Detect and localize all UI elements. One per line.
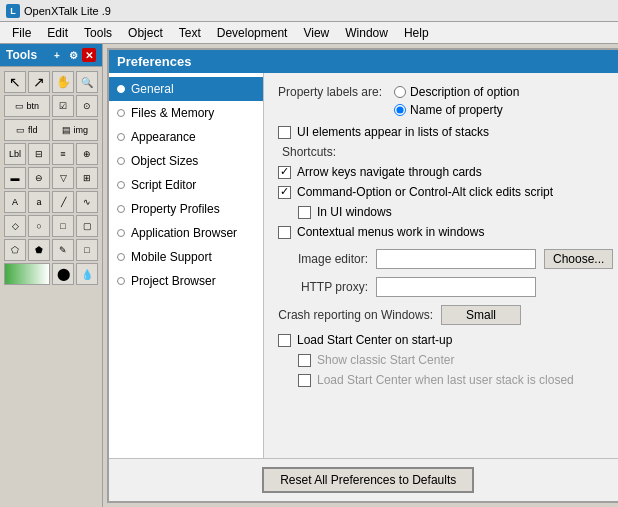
text-tool[interactable]: A: [4, 191, 26, 213]
menu-tool[interactable]: ▽: [52, 167, 74, 189]
zoom-tool[interactable]: 🔍: [76, 71, 98, 93]
menu-text[interactable]: Text: [171, 24, 209, 42]
nav-dot-general: [117, 85, 125, 93]
tools-row-1: ↖ ↗ ✋ 🔍: [4, 71, 98, 93]
tab-tool[interactable]: ⊞: [76, 167, 98, 189]
image-editor-choose-button[interactable]: Choose...: [544, 249, 613, 269]
nav-dot-application-browser: [117, 229, 125, 237]
rounded-rect-tool[interactable]: ▢: [76, 215, 98, 237]
nav-item-mobile-support[interactable]: Mobile Support: [109, 245, 263, 269]
ui-elements-row: UI elements appear in lists of stacks: [278, 125, 613, 139]
nav-item-general[interactable]: General: [109, 77, 263, 101]
http-proxy-input[interactable]: [376, 277, 536, 297]
command-option-row: Command-Option or Control-Alt click edit…: [278, 185, 613, 199]
list-tool[interactable]: ≡: [52, 143, 74, 165]
preferences-footer: Reset All Preferences to Defaults: [109, 458, 618, 501]
property-labels-row: Property labels are: Description of opti…: [278, 85, 613, 117]
menu-view[interactable]: View: [295, 24, 337, 42]
button-tool[interactable]: ▭ btn: [4, 95, 50, 117]
nav-dot-mobile-support: [117, 253, 125, 261]
reset-button[interactable]: Reset All Preferences to Defaults: [262, 467, 474, 493]
eraser-tool[interactable]: □: [76, 239, 98, 261]
arrow-keys-row: Arrow keys navigate through cards: [278, 165, 613, 179]
image-editor-label: Image editor:: [278, 252, 368, 266]
show-classic-checkbox[interactable]: [298, 354, 311, 367]
load-start-center-row: Load Start Center on start-up: [278, 333, 613, 347]
menu-window[interactable]: Window: [337, 24, 396, 42]
line-tool[interactable]: ╱: [52, 191, 74, 213]
label-tool[interactable]: Lbl: [4, 143, 26, 165]
radio-description[interactable]: [394, 86, 406, 98]
tools-row-8: ⬠ ⬟ ✎ □: [4, 239, 98, 261]
nav-item-property-profiles[interactable]: Property Profiles: [109, 197, 263, 221]
arrow-tool[interactable]: ↗: [28, 71, 50, 93]
ui-elements-checkbox[interactable]: [278, 126, 291, 139]
title-bar-text: OpenXTalk Lite .9: [24, 5, 111, 17]
radio-name-row: Name of property: [394, 103, 519, 117]
fill-tool[interactable]: ⬤: [52, 263, 74, 285]
menu-object[interactable]: Object: [120, 24, 171, 42]
poly-tool2[interactable]: ⬟: [28, 239, 50, 261]
field-tool[interactable]: ▭ fld: [4, 119, 50, 141]
slider-tool[interactable]: ⊖: [28, 167, 50, 189]
oval-tool[interactable]: ○: [28, 215, 50, 237]
polygon-tool[interactable]: ⬠: [4, 239, 26, 261]
checkbox-tool[interactable]: ☑: [52, 95, 74, 117]
load-start-closed-checkbox[interactable]: [298, 374, 311, 387]
nav-item-application-browser[interactable]: Application Browser: [109, 221, 263, 245]
hand-tool[interactable]: ✋: [52, 71, 74, 93]
crash-reporting-button[interactable]: Small: [441, 305, 521, 325]
diamond-tool[interactable]: ◇: [4, 215, 26, 237]
select-tool[interactable]: ↖: [4, 71, 26, 93]
curve-tool[interactable]: ∿: [76, 191, 98, 213]
menu-edit[interactable]: Edit: [39, 24, 76, 42]
pencil-tool[interactable]: ✎: [52, 239, 74, 261]
preferences-nav: General Files & Memory Appearance Object…: [109, 73, 264, 458]
command-option-checkbox[interactable]: [278, 186, 291, 199]
radio-name-label: Name of property: [410, 103, 503, 117]
radio-tool[interactable]: ⊙: [76, 95, 98, 117]
nav-item-object-sizes[interactable]: Object Sizes: [109, 149, 263, 173]
title-bar: L OpenXTalk Lite .9: [0, 0, 618, 22]
image-editor-row: Image editor: Choose...: [278, 249, 613, 269]
tools-add-button[interactable]: +: [50, 48, 64, 62]
app-icon: L: [6, 4, 20, 18]
image-editor-input[interactable]: [376, 249, 536, 269]
preferences-window: Preferences General Files & Memory Appea…: [107, 48, 618, 503]
rect-tool[interactable]: □: [52, 215, 74, 237]
preferences-body: General Files & Memory Appearance Object…: [109, 73, 618, 458]
load-start-center-checkbox[interactable]: [278, 334, 291, 347]
nav-item-project-browser[interactable]: Project Browser: [109, 269, 263, 293]
nav-item-appearance[interactable]: Appearance: [109, 125, 263, 149]
main-area: Tools + ⚙ ✕ ↖ ↗ ✋ 🔍 ▭ btn ☑ ⊙ ▭ fld ▤ im…: [0, 44, 618, 507]
eyedropper-tool[interactable]: 💧: [76, 263, 98, 285]
contextual-menus-label: Contextual menus work in windows: [297, 225, 484, 239]
menu-bar: File Edit Tools Object Text Development …: [0, 22, 618, 44]
gradient-tool[interactable]: [4, 263, 50, 285]
tools-close-button[interactable]: ✕: [82, 48, 96, 62]
tools-header-buttons: + ⚙ ✕: [50, 48, 96, 62]
nav-item-script-editor[interactable]: Script Editor: [109, 173, 263, 197]
in-ui-windows-checkbox[interactable]: [298, 206, 311, 219]
menu-tools[interactable]: Tools: [76, 24, 120, 42]
http-proxy-row: HTTP proxy:: [278, 277, 613, 297]
menu-development[interactable]: Development: [209, 24, 296, 42]
contextual-menus-checkbox[interactable]: [278, 226, 291, 239]
crash-reporting-row: Crash reporting on Windows: Small: [278, 305, 613, 325]
text-tool2[interactable]: a: [28, 191, 50, 213]
radio-name[interactable]: [394, 104, 406, 116]
show-classic-label: Show classic Start Center: [317, 353, 454, 367]
tools-row-6: A a ╱ ∿: [4, 191, 98, 213]
nav-item-files-memory[interactable]: Files & Memory: [109, 101, 263, 125]
menu-help[interactable]: Help: [396, 24, 437, 42]
contextual-menus-row: Contextual menus work in windows: [278, 225, 613, 239]
scroll-tool[interactable]: ⊟: [28, 143, 50, 165]
tools-row-3: ▭ fld ▤ img: [4, 119, 98, 141]
nav-dot-project-browser: [117, 277, 125, 285]
menu-file[interactable]: File: [4, 24, 39, 42]
arrow-keys-checkbox[interactable]: [278, 166, 291, 179]
tools-settings-button[interactable]: ⚙: [66, 48, 80, 62]
spinner-tool[interactable]: ⊕: [76, 143, 98, 165]
progress-tool[interactable]: ▬: [4, 167, 26, 189]
image-tool[interactable]: ▤ img: [52, 119, 98, 141]
